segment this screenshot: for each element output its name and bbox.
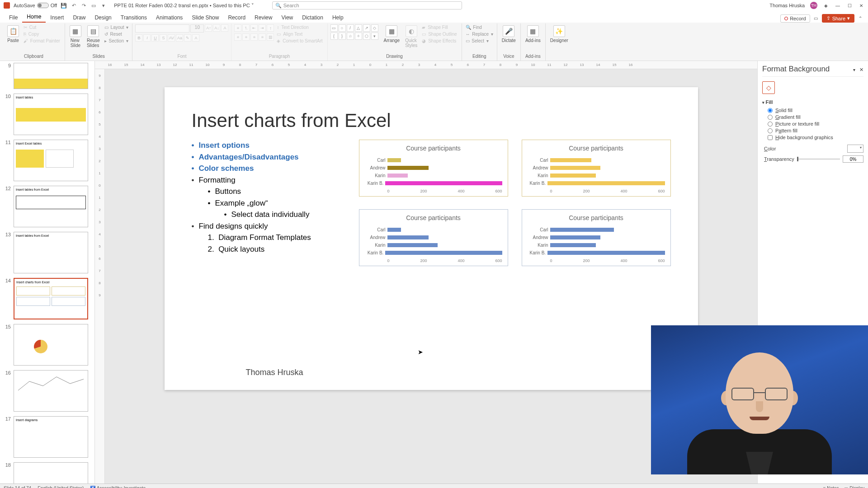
collapse-ribbon-icon[interactable]: ⌃ <box>857 15 863 22</box>
transparency-slider[interactable] <box>797 159 840 160</box>
tab-home[interactable]: Home <box>22 12 46 23</box>
record-button[interactable]: Record <box>780 14 810 23</box>
chart-2[interactable]: Course participantsCarlAndrewKarinKarin … <box>522 140 671 197</box>
transparency-input[interactable] <box>843 155 863 163</box>
thumb-13[interactable]: 13Insert tables from Excel <box>3 232 92 273</box>
paste-button[interactable]: 📋Paste <box>5 24 21 44</box>
tab-insert[interactable]: Insert <box>46 13 68 23</box>
indent-inc-icon[interactable]: ⇥ <box>259 24 266 32</box>
reuse-slides-button[interactable]: ▤Reuse Slides <box>85 24 102 49</box>
tab-file[interactable]: File <box>5 13 22 23</box>
fill-tab-icon[interactable]: ◇ <box>762 81 775 94</box>
columns-icon[interactable]: ▥ <box>267 33 274 41</box>
panel-options-icon[interactable]: ▾ <box>853 67 855 72</box>
close-icon[interactable]: ✕ <box>858 2 864 9</box>
panel-close-icon[interactable]: ✕ <box>859 67 863 72</box>
thumb-11[interactable]: 11Insert Excel tables <box>3 140 92 181</box>
horizontal-ruler[interactable]: 1615141312111098765432101234567891011121… <box>95 61 757 69</box>
line-spacing-icon[interactable]: ↕ <box>267 24 274 32</box>
designer-button[interactable]: ✨Designer <box>548 24 570 44</box>
font-size-input[interactable]: 10 <box>190 24 204 33</box>
picture-fill-radio[interactable]: Picture or texture fill <box>768 121 863 127</box>
align-text-button[interactable]: ▭ Align Text <box>276 31 324 37</box>
save-icon[interactable]: 💾 <box>61 2 67 9</box>
slide-footer[interactable]: Thomas Hruska <box>246 368 303 377</box>
text-direction-button[interactable]: ↕ Text Direction <box>276 24 324 30</box>
tab-help[interactable]: Help <box>328 13 348 23</box>
tab-review[interactable]: Review <box>250 13 277 23</box>
align-left-icon[interactable]: ≡ <box>234 33 241 41</box>
numbering-icon[interactable]: ⒈ <box>242 24 250 32</box>
shape-outline-button[interactable]: ▭ Shape Outline <box>421 31 458 37</box>
arrange-button[interactable]: ▦Arrange <box>382 24 402 44</box>
chart-1[interactable]: Course participantsCarlAndrewKarinKarin … <box>359 140 508 197</box>
format-painter-button[interactable]: 🖌 Format Painter <box>23 38 62 44</box>
redo-icon[interactable]: ↷ <box>80 2 87 9</box>
thumb-18[interactable]: 18 <box>3 462 92 483</box>
thumb-12[interactable]: 12Insert tables from Excel <box>3 186 92 227</box>
chart-4[interactable]: Course participantsCarlAndrewKarinKarin … <box>522 209 671 266</box>
tab-animations[interactable]: Animations <box>151 13 187 23</box>
tab-dictation[interactable]: Dictation <box>297 13 328 23</box>
username-label[interactable]: Thomas Hruska <box>769 3 805 8</box>
replace-button[interactable]: ↔ Replace ▾ <box>465 31 494 37</box>
thumb-9[interactable]: 9 <box>3 63 92 89</box>
find-button[interactable]: 🔍 Find <box>465 24 494 30</box>
autosave-toggle[interactable]: AutoSave Off <box>14 3 57 8</box>
section-button[interactable]: ▸ Section ▾ <box>104 38 130 44</box>
from-beginning-icon[interactable]: ▭ <box>90 2 97 9</box>
copy-button[interactable]: ⎘ Copy <box>23 31 62 37</box>
underline-icon[interactable]: U <box>151 34 159 42</box>
tab-design[interactable]: Design <box>90 13 116 23</box>
tab-slideshow[interactable]: Slide Show <box>187 13 223 23</box>
dictate-button[interactable]: 🎤Dictate <box>500 24 518 44</box>
shape-fill-button[interactable]: ▰ Shape Fill <box>421 24 458 30</box>
bullets-icon[interactable]: ≡ <box>234 24 241 32</box>
chart-3[interactable]: Course participantsCarlAndrewKarinKarin … <box>359 209 508 266</box>
present-icon[interactable]: ▭ <box>813 15 819 22</box>
shapes-gallery[interactable]: ▭○/△↗◇{}☆✧⬡▾ <box>330 24 380 40</box>
avatar[interactable]: TH <box>810 2 817 9</box>
solid-fill-radio[interactable]: Solid fill <box>768 108 863 113</box>
vertical-ruler[interactable]: 9876543210123456789 <box>95 69 105 483</box>
qat-more-icon[interactable]: ▾ <box>100 2 107 9</box>
shape-effects-button[interactable]: ◕ Shape Effects <box>421 38 458 44</box>
clear-format-icon[interactable]: A <box>221 24 228 32</box>
justify-icon[interactable]: ≡ <box>259 33 266 41</box>
minimize-icon[interactable]: — <box>835 2 841 9</box>
display-button[interactable]: ▭ Display <box>844 486 864 488</box>
slide-thumbnail-panel[interactable]: 9 10Insert tables 11Insert Excel tables … <box>0 61 95 483</box>
thumb-10[interactable]: 10Insert tables <box>3 94 92 135</box>
teams-icon[interactable]: ◈ <box>823 2 829 9</box>
gradient-fill-radio[interactable]: Gradient fill <box>768 114 863 120</box>
share-button[interactable]: ⇪ Share ▾ <box>822 14 854 23</box>
decrease-font-icon[interactable]: A↓ <box>213 24 220 32</box>
thumb-16[interactable]: 16 <box>3 370 92 412</box>
cut-button[interactable]: ✂ Cut <box>23 24 62 30</box>
align-right-icon[interactable]: ≡ <box>250 33 258 41</box>
shadow-icon[interactable]: AV <box>168 34 175 42</box>
strike-icon[interactable]: S <box>160 34 167 42</box>
increase-font-icon[interactable]: A↑ <box>205 24 212 32</box>
highlight-icon[interactable]: ✎ <box>184 34 191 42</box>
slide-title[interactable]: Insert charts from Excel <box>192 110 671 131</box>
thumb-15[interactable]: 15 <box>3 324 92 366</box>
reset-button[interactable]: ↺ Reset <box>104 31 130 37</box>
thumb-14[interactable]: 14Insert charts from Excel <box>3 278 92 319</box>
maximize-icon[interactable]: ☐ <box>846 2 853 9</box>
indent-dec-icon[interactable]: ⇤ <box>250 24 258 32</box>
notes-button[interactable]: ≡ Notes <box>823 486 839 488</box>
pattern-fill-radio[interactable]: Pattern fill <box>768 128 863 133</box>
slide[interactable]: Insert charts from Excel Insert options … <box>165 87 698 390</box>
accessibility-label[interactable]: ♿ Accessibility: Investigate <box>90 486 146 488</box>
select-button[interactable]: ▭ Select ▾ <box>465 38 494 44</box>
search-input[interactable]: 🔍 Search <box>272 1 462 9</box>
align-center-icon[interactable]: ≡ <box>242 33 250 41</box>
layout-button[interactable]: ▭ Layout ▾ <box>104 24 130 30</box>
italic-icon[interactable]: I <box>143 34 151 42</box>
new-slide-button[interactable]: ▦New Slide <box>68 24 83 49</box>
tab-draw[interactable]: Draw <box>68 13 90 23</box>
font-color-icon[interactable]: A <box>192 34 199 42</box>
spacing-icon[interactable]: Aa <box>176 34 183 42</box>
hide-graphics-check[interactable]: Hide background graphics <box>768 135 863 140</box>
